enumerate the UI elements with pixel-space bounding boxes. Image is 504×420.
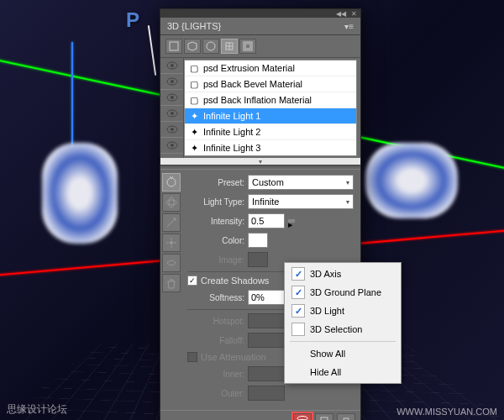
softness-label: Softness: bbox=[187, 293, 244, 302]
inner-label: Inner: bbox=[187, 370, 244, 379]
light-rotate-tool[interactable] bbox=[162, 173, 181, 192]
light-type-label: Light Type: bbox=[187, 197, 244, 207]
panel-tab-header: 3D {LIGHTS} ▾≡ bbox=[160, 18, 360, 35]
list-item-label: Infinite Light 2 bbox=[203, 127, 261, 137]
light-icon: ✦ bbox=[188, 142, 200, 154]
watermark-left: 思缘设计论坛 bbox=[7, 402, 67, 417]
list-item[interactable]: ▢psd Extrusion Material bbox=[185, 60, 356, 76]
preset-dropdown[interactable]: Custom▾ bbox=[248, 175, 354, 190]
light-slide-tool[interactable] bbox=[162, 213, 181, 232]
create-shadows-label: Create Shadows bbox=[201, 276, 269, 286]
panel-footer bbox=[160, 410, 360, 420]
intensity-input[interactable]: 0.5 bbox=[248, 213, 285, 228]
softness-input[interactable]: 0% bbox=[248, 290, 285, 305]
list-item[interactable]: ✦Infinite Light 1 bbox=[185, 108, 356, 124]
menu-item-label: Hide All bbox=[310, 367, 341, 377]
3d-object-left bbox=[42, 143, 118, 244]
panel-titlebar[interactable]: ◀◀ ✕ bbox=[160, 9, 360, 18]
svg-point-12 bbox=[171, 96, 174, 99]
visibility-toggle[interactable] bbox=[160, 74, 183, 90]
menu-item-3d-light[interactable]: ✓ 3D Light bbox=[286, 302, 399, 320]
list-scroll-down[interactable]: ▾ bbox=[160, 158, 360, 165]
svg-point-22 bbox=[170, 241, 173, 244]
3d-object-right bbox=[365, 143, 458, 218]
list-item[interactable]: ▢psd Back Bevel Material bbox=[185, 76, 356, 92]
scene-list-area: ▢psd Extrusion Material ▢psd Back Bevel … bbox=[160, 58, 360, 158]
svg-rect-0 bbox=[170, 42, 178, 50]
menu-item-3d-ground-plane[interactable]: ✓ 3D Ground Plane bbox=[286, 283, 399, 302]
material-icon: ▢ bbox=[188, 78, 200, 90]
menu-item-label: 3D Light bbox=[310, 306, 344, 316]
list-item[interactable]: ▢psd Back Inflation Material bbox=[185, 92, 356, 108]
visibility-toggle[interactable] bbox=[160, 138, 183, 154]
image-swatch bbox=[248, 252, 268, 267]
light-icon: ✦ bbox=[188, 110, 200, 122]
close-icon[interactable]: ✕ bbox=[351, 10, 357, 18]
menu-item-label: Show All bbox=[310, 349, 345, 359]
inner-input bbox=[248, 366, 285, 381]
color-label: Color: bbox=[187, 236, 244, 245]
intensity-slider[interactable]: ▸ bbox=[288, 219, 295, 223]
material-icon: ▢ bbox=[188, 94, 200, 106]
light-type-dropdown[interactable]: Infinite▾ bbox=[248, 194, 354, 209]
svg-point-10 bbox=[171, 80, 174, 83]
visibility-column bbox=[160, 58, 184, 158]
filter-light-button[interactable] bbox=[221, 39, 238, 54]
chevron-down-icon: ▾ bbox=[346, 179, 349, 186]
scene-item-list[interactable]: ▢psd Extrusion Material ▢psd Back Bevel … bbox=[184, 60, 357, 156]
svg-point-8 bbox=[171, 64, 174, 67]
filter-toolbar bbox=[160, 35, 360, 58]
light-indicator bbox=[148, 25, 156, 76]
use-attenuation-label: Use Attenuation bbox=[201, 352, 266, 362]
list-item[interactable]: ✦Infinite Light 2 bbox=[185, 124, 356, 140]
filter-all-button[interactable] bbox=[239, 39, 256, 54]
light-icon: ✦ bbox=[188, 126, 200, 138]
menu-item-label: 3D Selection bbox=[310, 324, 362, 334]
filter-mesh-button[interactable] bbox=[184, 39, 201, 54]
menu-item-label: 3D Ground Plane bbox=[310, 287, 381, 297]
light-pan-tool[interactable] bbox=[162, 193, 181, 212]
menu-item-3d-axis[interactable]: ✓ 3D Axis bbox=[286, 265, 399, 283]
hotspot-input bbox=[248, 313, 285, 328]
3d-object-top: P bbox=[126, 8, 139, 32]
check-icon bbox=[291, 323, 305, 336]
list-item-label: psd Back Inflation Material bbox=[203, 95, 312, 105]
list-item[interactable]: ✦Infinite Light 3 bbox=[185, 140, 356, 156]
menu-item-hide-all[interactable]: Hide All bbox=[286, 363, 399, 381]
image-label: Image: bbox=[187, 255, 244, 265]
panel-title: 3D {LIGHTS} bbox=[167, 21, 221, 31]
svg-point-20 bbox=[166, 200, 176, 205]
color-swatch[interactable] bbox=[248, 233, 268, 248]
menu-item-label: 3D Axis bbox=[310, 269, 341, 279]
visibility-toggle[interactable] bbox=[160, 90, 183, 106]
visibility-toggle[interactable] bbox=[160, 122, 183, 138]
chevron-down-icon: ▾ bbox=[346, 198, 349, 206]
delete-button[interactable] bbox=[337, 413, 355, 421]
light-delete-tool[interactable] bbox=[162, 274, 181, 292]
watermark-right: WWW.MISSYUAN.COM bbox=[396, 407, 497, 417]
light-color-tool[interactable] bbox=[162, 254, 181, 272]
toggle-overlays-button[interactable] bbox=[293, 413, 312, 421]
light-point-tool[interactable] bbox=[162, 234, 181, 252]
preset-label: Preset: bbox=[187, 178, 244, 187]
svg-rect-25 bbox=[321, 417, 328, 421]
filter-material-button[interactable] bbox=[202, 39, 219, 54]
outer-label: Outer: bbox=[187, 389, 244, 398]
check-icon: ✓ bbox=[291, 286, 305, 299]
menu-item-show-all[interactable]: Show All bbox=[286, 344, 399, 363]
hotspot-label: Hotspot: bbox=[187, 317, 244, 326]
collapse-icon[interactable]: ◀◀ bbox=[336, 10, 346, 18]
falloff-input bbox=[248, 333, 285, 348]
menu-item-3d-selection[interactable]: 3D Selection bbox=[286, 320, 399, 339]
material-icon: ▢ bbox=[188, 62, 200, 74]
list-item-label: Infinite Light 1 bbox=[203, 111, 261, 121]
svg-point-19 bbox=[167, 178, 176, 186]
visibility-toggle[interactable] bbox=[160, 58, 183, 74]
visibility-toggle[interactable] bbox=[160, 106, 183, 122]
overlay-context-menu: ✓ 3D Axis ✓ 3D Ground Plane ✓ 3D Light 3… bbox=[284, 262, 402, 384]
create-shadows-checkbox[interactable]: ✓ bbox=[187, 276, 197, 286]
panel-menu-icon[interactable]: ▾≡ bbox=[344, 22, 354, 31]
filter-scene-button[interactable] bbox=[165, 39, 182, 54]
menu-separator bbox=[290, 341, 396, 342]
new-light-button[interactable] bbox=[315, 413, 333, 421]
